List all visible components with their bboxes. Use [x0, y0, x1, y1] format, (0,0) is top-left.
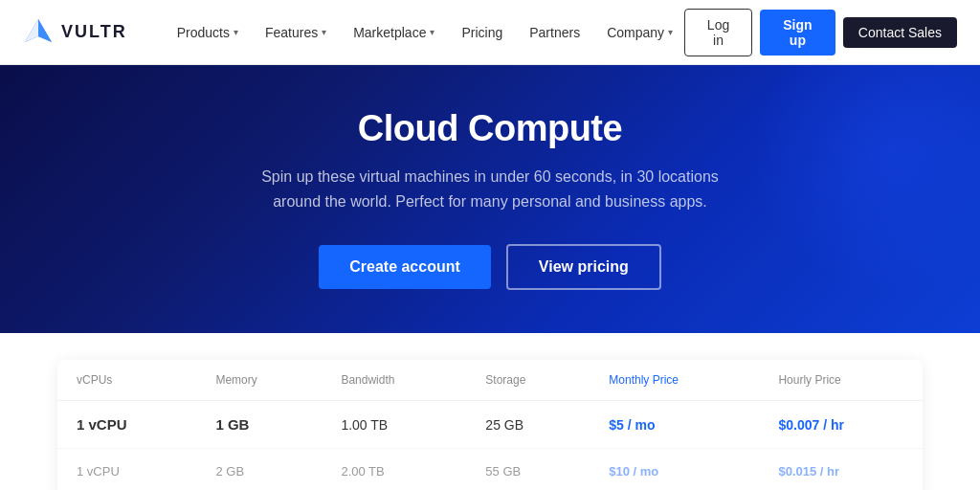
nav-company[interactable]: Company ▾: [595, 17, 684, 48]
logo[interactable]: VULTR: [23, 17, 127, 48]
row1-monthly: $5 / mo: [590, 401, 759, 449]
pricing-table: vCPUs Memory Bandwidth Storage Monthly P…: [57, 360, 923, 490]
create-account-button[interactable]: Create account: [319, 245, 491, 289]
row2-hourly: $0.015 / hr: [759, 449, 923, 491]
col-hourly-price: Hourly Price: [759, 360, 923, 401]
row2-monthly: $10 / mo: [590, 449, 759, 491]
chevron-down-icon: ▾: [322, 27, 326, 37]
svg-marker-1: [38, 19, 52, 42]
col-monthly-price: Monthly Price: [590, 360, 759, 401]
row2-bandwidth: 2.00 TB: [322, 449, 466, 491]
signup-button[interactable]: Sign up: [760, 10, 835, 56]
row1-bandwidth: 1.00 TB: [322, 401, 466, 449]
col-memory: Memory: [196, 360, 322, 401]
pricing-table-container: vCPUs Memory Bandwidth Storage Monthly P…: [57, 360, 923, 490]
hero-subtitle: Spin up these virtual machines in under …: [241, 165, 739, 213]
row2-vcpu: 1 vCPU: [57, 449, 196, 491]
nav-pricing[interactable]: Pricing: [450, 17, 514, 48]
row1-vcpu: 1 vCPU: [57, 401, 196, 449]
hero-buttons: Create account View pricing: [319, 244, 661, 290]
row1-storage: 25 GB: [466, 401, 590, 449]
contact-sales-button[interactable]: Contact Sales: [843, 17, 957, 48]
chevron-down-icon: ▾: [668, 27, 673, 37]
nav-products[interactable]: Products ▾: [166, 17, 250, 48]
chevron-down-icon: ▾: [234, 27, 238, 37]
hero-title: Cloud Compute: [358, 108, 622, 149]
col-bandwidth: Bandwidth: [322, 360, 466, 401]
svg-marker-2: [25, 19, 38, 42]
row2-memory: 2 GB: [196, 449, 322, 491]
table-body: 1 vCPU 1 GB 1.00 TB 25 GB $5 / mo $0.007…: [57, 401, 923, 491]
logo-text: VULTR: [61, 22, 127, 42]
col-vcpu: vCPUs: [57, 360, 196, 401]
row2-storage: 55 GB: [466, 449, 590, 491]
col-storage: Storage: [466, 360, 590, 401]
hero-section: Cloud Compute Spin up these virtual mach…: [0, 65, 980, 333]
row1-hourly: $0.007 / hr: [759, 401, 923, 449]
pricing-table-section: vCPUs Memory Bandwidth Storage Monthly P…: [0, 333, 980, 490]
login-button[interactable]: Log in: [684, 9, 752, 56]
nav-features[interactable]: Features ▾: [254, 17, 338, 48]
row1-memory: 1 GB: [196, 401, 322, 449]
table-header: vCPUs Memory Bandwidth Storage Monthly P…: [57, 360, 923, 401]
nav-actions: Log in Sign up Contact Sales: [684, 9, 957, 56]
nav-links: Products ▾ Features ▾ Marketplace ▾ Pric…: [166, 17, 684, 48]
nav-marketplace[interactable]: Marketplace ▾: [342, 17, 446, 48]
table-row: 1 vCPU 2 GB 2.00 TB 55 GB $10 / mo $0.01…: [57, 449, 923, 491]
vultr-logo-icon: [23, 17, 54, 48]
chevron-down-icon: ▾: [430, 27, 434, 37]
nav-partners[interactable]: Partners: [518, 17, 591, 48]
view-pricing-button[interactable]: View pricing: [506, 244, 661, 290]
table-row: 1 vCPU 1 GB 1.00 TB 25 GB $5 / mo $0.007…: [57, 401, 923, 449]
navbar: VULTR Products ▾ Features ▾ Marketplace …: [0, 0, 980, 65]
